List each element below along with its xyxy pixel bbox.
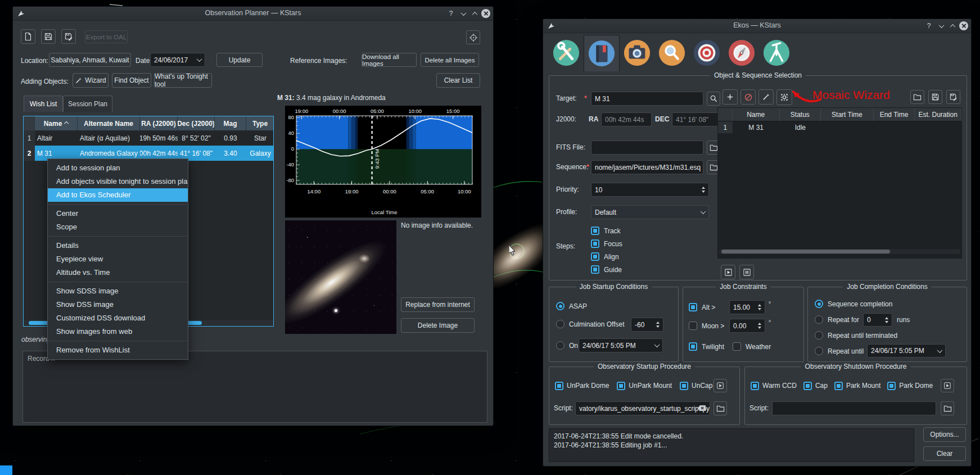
add-job-button[interactable] (722, 89, 738, 105)
sequence-input[interactable]: nome/jasem/Pictures/M31/m31.esq (591, 160, 703, 174)
column-header-type[interactable]: Type (246, 116, 274, 130)
culmination-radio[interactable] (556, 320, 564, 328)
clear-list-button[interactable]: Clear List (436, 73, 480, 88)
twilight-checkbox[interactable] (689, 342, 697, 351)
tab-capture-camera[interactable] (620, 35, 654, 71)
profile-combobox[interactable]: Default (591, 205, 709, 219)
moon-checkbox[interactable] (689, 322, 697, 330)
menu-item[interactable]: Altitude vs. Time (48, 266, 188, 279)
edit-job-button[interactable] (758, 89, 774, 105)
tab-mount-tripod[interactable] (759, 35, 794, 71)
step-align[interactable]: Align (591, 250, 622, 263)
tab-align-target[interactable] (689, 35, 724, 71)
spinner-arrows[interactable] (885, 317, 888, 323)
track-checkbox[interactable] (591, 227, 599, 235)
column-header-ra-j2000-[interactable]: RA (J2000) (140, 116, 178, 130)
step-guide[interactable]: Guide (591, 263, 622, 276)
menu-item[interactable]: Add to session plan (48, 161, 188, 175)
pause-scheduler-button[interactable] (739, 265, 754, 279)
cap-checkbox[interactable] (803, 382, 812, 390)
spinner-arrows[interactable] (758, 323, 761, 329)
tab-setup-tools[interactable] (549, 35, 584, 71)
find-target-button[interactable] (707, 92, 720, 106)
tab-session-plan[interactable]: Session Plan (63, 96, 112, 112)
unpark-mount-checkbox[interactable] (617, 382, 625, 390)
maximize-button[interactable] (469, 8, 480, 19)
target-input[interactable]: M 31 (591, 92, 703, 106)
run-shutdown-button[interactable] (941, 379, 954, 392)
wizard-button[interactable]: Wizard (73, 73, 109, 88)
step-focus[interactable]: Focus (591, 237, 622, 250)
step-track[interactable]: Track (591, 224, 622, 237)
guide-checkbox[interactable] (591, 265, 599, 274)
whats-up-tonight-button[interactable]: What's up Tonight tool (154, 73, 212, 88)
queue-scrollbar[interactable] (719, 249, 960, 254)
save-queue-as-button[interactable] (946, 90, 960, 104)
start-scheduler-button[interactable] (721, 265, 735, 279)
culmination-spinbox[interactable]: -60 (631, 318, 663, 332)
shade-button[interactable] (458, 8, 468, 19)
location-button[interactable]: Sabahiya, Ahmadi, Kuwait (49, 53, 131, 67)
repeat-for-radio[interactable] (815, 315, 823, 324)
close-button[interactable] (481, 8, 491, 19)
help-button[interactable]: ? (924, 21, 934, 31)
tab-wish-list[interactable]: Wish List (24, 96, 63, 112)
procedure-unpark-dome[interactable]: UnPark Dome (555, 381, 609, 391)
clear-log-button[interactable]: Clear (923, 446, 966, 461)
queue-column-header-est-duration[interactable]: Est. Duration (915, 108, 961, 121)
park-mount-checkbox[interactable] (834, 382, 843, 390)
uncap-checkbox[interactable] (680, 382, 688, 390)
close-button[interactable] (959, 21, 969, 31)
park-dome-checkbox[interactable] (887, 382, 896, 390)
startup-script-input[interactable]: vatory/ikarus_observatory_startup_script… (575, 401, 710, 415)
menu-item[interactable]: Add objects visible tonight to session p… (48, 175, 188, 188)
download-all-images-button[interactable]: Download all Images (362, 53, 417, 67)
fits-file-input[interactable] (591, 141, 703, 155)
remove-job-button[interactable] (740, 89, 756, 105)
delete-image-button[interactable]: Delete Image (401, 318, 475, 333)
menu-item[interactable]: Customized DSS download (48, 311, 188, 325)
menu-item[interactable]: Add to Ekos Scheduler (48, 188, 188, 202)
options-button[interactable]: Options... (923, 427, 966, 442)
weather-checkbox[interactable] (733, 342, 741, 351)
ekos-titlebar[interactable]: Ekos — KStars ? (543, 19, 971, 33)
run-startup-button[interactable] (713, 379, 727, 392)
scheduler-queue-table[interactable]: NameStatusStart TimeEnd TimeEst. Duratio… (717, 107, 962, 259)
column-header-dec-j2000-[interactable]: Dec (J2000) (178, 116, 215, 130)
repeat-until-combobox[interactable]: 24/06/17 5:05 PM (867, 344, 946, 358)
table-row[interactable]: 1AltairAltair (α Aquilae)19h 50m 46s8° 5… (24, 130, 274, 146)
alt-spinbox[interactable]: 15.00 (729, 300, 765, 314)
maximize-button[interactable] (947, 21, 958, 31)
planner-titlebar[interactable]: Observation Planner — KStars ? (13, 7, 493, 21)
spinner-arrows[interactable] (656, 322, 660, 328)
queue-row[interactable]: 1M 31Idle (718, 121, 961, 133)
menu-item[interactable]: Show images from web (48, 325, 188, 338)
menu-item[interactable]: Center (48, 207, 188, 220)
procedure-cap[interactable]: Cap (803, 381, 828, 391)
dec-input[interactable]: 41° 16' 08" (672, 112, 721, 126)
repeat-until-terminated-radio[interactable] (815, 331, 823, 340)
sequence-completion-radio[interactable] (815, 300, 823, 308)
unpark-dome-checkbox[interactable] (555, 382, 563, 390)
spinner-arrows[interactable] (758, 304, 761, 310)
repeat-runs-spinbox[interactable]: 0 (863, 313, 892, 327)
shutdown-script-input[interactable] (772, 401, 936, 415)
priority-spinbox[interactable]: 10 (591, 183, 709, 197)
focus-checkbox[interactable] (591, 239, 599, 248)
export-oal-button[interactable]: Export to OAL (85, 30, 128, 43)
observing-notes-textarea[interactable]: Record h (22, 351, 487, 423)
clear-script-button[interactable] (697, 404, 707, 414)
startup-time-combobox[interactable]: 24/06/17 5:05 PM (579, 338, 663, 352)
procedure-unpark-mount[interactable]: UnPark Mount (617, 381, 672, 391)
menu-item[interactable]: Remove from WishList (48, 343, 188, 357)
asap-radio[interactable] (556, 302, 564, 310)
queue-column-header-status[interactable]: Status (780, 108, 821, 121)
menu-item[interactable]: Eyepiece view (48, 252, 188, 266)
menu-item[interactable]: Show SDSS image (48, 284, 188, 298)
find-object-button[interactable]: Find Object (112, 73, 151, 88)
save-list-as-button[interactable] (61, 29, 76, 44)
help-button[interactable]: ? (446, 8, 456, 19)
column-header-mag[interactable]: Mag (215, 116, 246, 130)
date-combobox[interactable]: 24/06/2017 (150, 53, 205, 67)
load-queue-button[interactable] (910, 90, 924, 104)
